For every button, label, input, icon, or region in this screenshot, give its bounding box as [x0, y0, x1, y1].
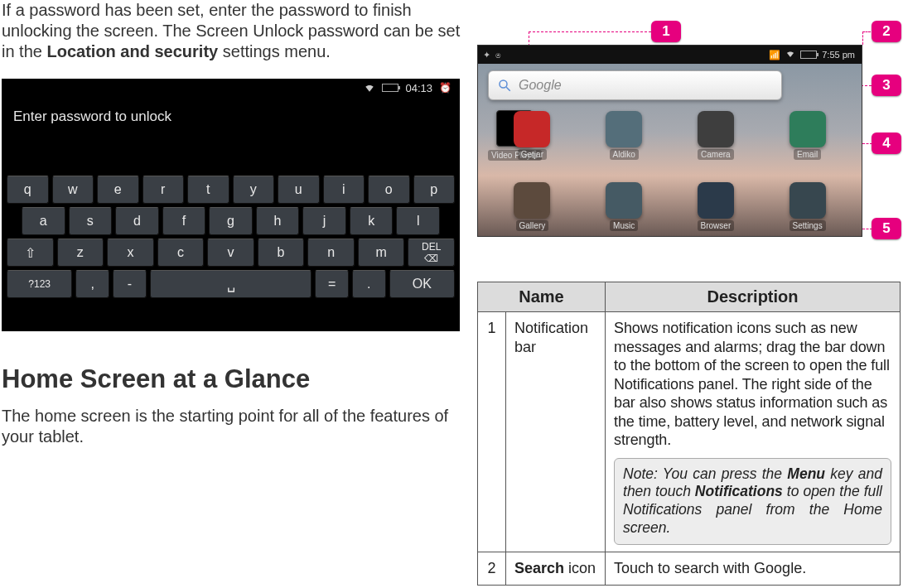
keyboard-key[interactable]: DEL⌫: [408, 239, 455, 267]
signal-icon: 📶: [769, 50, 780, 60]
keyboard-key[interactable]: t: [187, 176, 229, 204]
search-box[interactable]: Google: [488, 70, 782, 100]
intro-text: If a password has been set, enter the pa…: [2, 0, 461, 62]
keyboard-key[interactable]: ␣: [150, 270, 311, 298]
wifi-icon: [785, 49, 795, 60]
keyboard-key[interactable]: v: [207, 239, 254, 267]
keyboard-key[interactable]: OK: [389, 270, 455, 298]
keyboard-key[interactable]: r: [142, 176, 185, 204]
keyboard-key[interactable]: k: [350, 207, 394, 235]
keyboard-key[interactable]: g: [209, 207, 253, 235]
keyboard-key[interactable]: l: [396, 207, 440, 235]
battery-icon: [382, 84, 398, 92]
keyboard-key[interactable]: x: [107, 239, 154, 267]
badge-3: 3: [872, 75, 901, 96]
unlock-time: 04:13: [405, 82, 432, 94]
search-icon: [497, 78, 512, 93]
note-box: Note: You can press the Menu key and the…: [614, 458, 891, 546]
keyboard-key[interactable]: -: [113, 270, 147, 298]
svg-point-0: [500, 80, 507, 88]
keyboard-key[interactable]: n: [307, 239, 355, 267]
android-icon: ⍟: [495, 50, 501, 60]
hs-time: 7:55 pm: [822, 50, 855, 60]
battery-icon: [800, 51, 817, 59]
keyboard-key[interactable]: b: [258, 239, 305, 267]
sd-icon: ✦: [483, 50, 490, 60]
keyboard-key[interactable]: u: [278, 176, 320, 204]
alarm-icon: ⏰: [439, 82, 452, 94]
keyboard-key[interactable]: d: [115, 207, 159, 235]
app-getjar[interactable]: Getjar: [505, 111, 558, 160]
keyboard-key[interactable]: q: [7, 176, 49, 204]
app-browser[interactable]: Browser: [689, 182, 742, 231]
search-placeholder: Google: [519, 78, 562, 93]
app-aldiko[interactable]: Aldiko: [597, 111, 650, 160]
keyboard-key[interactable]: j: [302, 207, 346, 235]
table-row: 1 Notification bar Shows notification ic…: [478, 312, 901, 552]
app-email[interactable]: Email: [781, 111, 834, 160]
keyboard: qwertyuiop asdfghjkl ⇧zxcvbnmDEL⌫ ?123,-…: [2, 176, 460, 301]
keyboard-key[interactable]: a: [22, 207, 65, 235]
keyboard-key[interactable]: h: [256, 207, 300, 235]
app-camera[interactable]: Camera: [689, 111, 742, 160]
home-screen-subtext: The home screen is the starting point fo…: [2, 406, 461, 447]
keyboard-key[interactable]: c: [157, 239, 205, 267]
keyboard-key[interactable]: ⇧: [7, 239, 54, 267]
badge-5: 5: [872, 218, 901, 239]
badge-2: 2: [872, 21, 901, 42]
home-screen-heading: Home Screen at a Glance: [2, 364, 461, 394]
keyboard-key[interactable]: ,: [75, 270, 109, 298]
table-row: 2 Search icon Touch to search with Googl…: [478, 552, 901, 586]
app-settings[interactable]: Settings: [781, 182, 834, 231]
th-name: Name: [478, 282, 606, 312]
app-music[interactable]: Music: [597, 182, 650, 231]
wifi-icon: [364, 82, 375, 94]
keyboard-key[interactable]: m: [358, 239, 405, 267]
app-gallery[interactable]: Gallery: [505, 182, 558, 231]
parts-table: Name Description 1 Notification bar Show…: [477, 282, 901, 586]
keyboard-key[interactable]: z: [57, 239, 104, 267]
keyboard-key[interactable]: ?123: [7, 270, 72, 298]
keyboard-key[interactable]: i: [323, 176, 365, 204]
keyboard-key[interactable]: f: [162, 207, 206, 235]
badge-4: 4: [872, 133, 901, 154]
keyboard-key[interactable]: p: [413, 176, 456, 204]
keyboard-key[interactable]: e: [97, 176, 139, 204]
th-desc: Description: [606, 282, 901, 312]
keyboard-key[interactable]: s: [69, 207, 113, 235]
keyboard-key[interactable]: y: [233, 176, 275, 204]
badge-1: 1: [651, 21, 681, 42]
keyboard-key[interactable]: w: [52, 176, 94, 204]
unlock-prompt: Enter password to unlock: [2, 97, 460, 137]
keyboard-key[interactable]: o: [368, 176, 410, 204]
svg-line-1: [506, 87, 510, 91]
keyboard-key[interactable]: .: [352, 270, 386, 298]
unlock-screenshot: 04:13 ⏰ Enter password to unlock qwertyu…: [2, 79, 460, 331]
keyboard-key[interactable]: =: [315, 270, 349, 298]
home-screenshot: ✦ ⍟ 📶 7:55 pm Google Video Player Getjar…: [477, 45, 862, 237]
